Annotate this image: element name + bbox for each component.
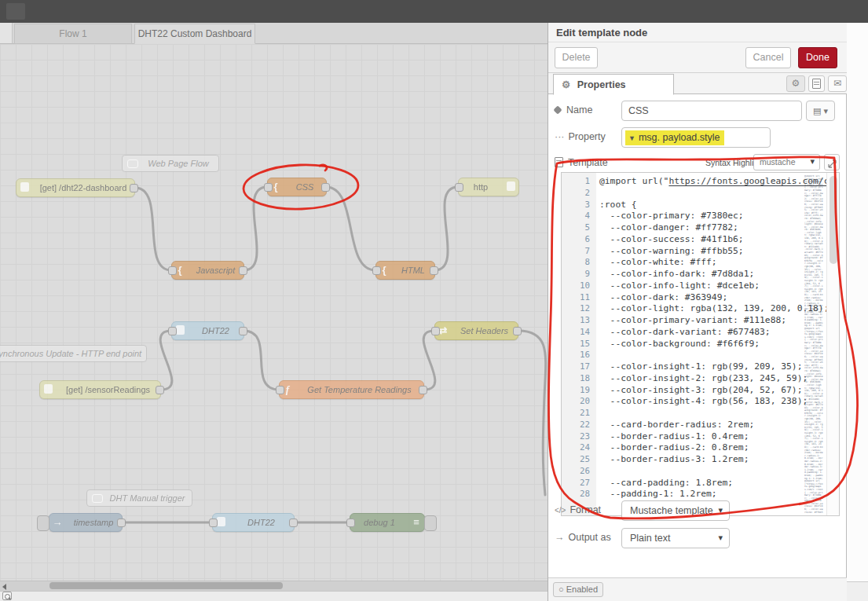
input-port[interactable] bbox=[209, 519, 218, 527]
line-text: --color-white: #fff; bbox=[599, 257, 717, 269]
input-port[interactable] bbox=[346, 519, 355, 527]
node-http-in-sensor-readings[interactable]: [get] /sensorReadings bbox=[39, 380, 161, 399]
node-dht22-sensor[interactable]: DHT22 bbox=[171, 321, 244, 340]
node-template-javascript[interactable]: { Javascript bbox=[171, 261, 244, 280]
gear-icon: ⚙ bbox=[792, 78, 800, 89]
tag-icon bbox=[553, 105, 562, 114]
name-input[interactable] bbox=[621, 101, 802, 121]
yellow-highlight: ▼msg. payload.style bbox=[625, 130, 724, 145]
inject-icon: → bbox=[49, 514, 65, 531]
line-number: 6 bbox=[562, 234, 599, 246]
canvas-footer-bar bbox=[0, 591, 548, 601]
output-port[interactable] bbox=[239, 327, 247, 335]
inject-button[interactable] bbox=[37, 515, 49, 531]
input-port[interactable] bbox=[372, 266, 381, 275]
line-text: @import url("https://fonts.googleapis.co… bbox=[599, 176, 829, 188]
output-as-select[interactable]: Plain text ▾ bbox=[621, 528, 730, 548]
comment-node-dht-manual-trigger[interactable]: DHT Manual trigger bbox=[86, 489, 192, 507]
code-line: 2 bbox=[562, 188, 821, 200]
output-port[interactable] bbox=[117, 519, 126, 527]
line-text: --card-border-radius: 2rem; bbox=[599, 420, 754, 431]
delete-button[interactable]: Delete bbox=[555, 47, 598, 68]
tab-flow-1[interactable]: Flow 1 bbox=[14, 24, 132, 44]
comment-node-web-page-flow[interactable]: Web Page Flow bbox=[122, 155, 219, 172]
output-port[interactable] bbox=[289, 519, 298, 527]
debug-toggle-button[interactable] bbox=[424, 515, 437, 531]
expand-editor-button[interactable] bbox=[824, 154, 840, 170]
line-number: 27 bbox=[562, 478, 599, 489]
output-port[interactable] bbox=[156, 386, 164, 394]
cancel-button[interactable]: Cancel bbox=[745, 47, 791, 68]
input-port[interactable] bbox=[431, 327, 440, 335]
input-port[interactable] bbox=[168, 327, 177, 335]
property-label: Property bbox=[569, 131, 606, 142]
code-minimap[interactable]: @import url("https://fonts.googleapis.co… bbox=[804, 175, 823, 513]
input-port[interactable] bbox=[276, 386, 284, 394]
code-line: 18 --color-insight-2: rgb(233, 245, 59); bbox=[562, 373, 821, 385]
line-number: 23 bbox=[562, 431, 599, 443]
node-change-set-headers[interactable]: ⇄ Set Headers bbox=[434, 321, 518, 340]
code-line: 13 --color-primary-variant: #111e88; bbox=[562, 315, 821, 327]
output-port[interactable] bbox=[513, 327, 522, 335]
code-editor-lines: 1@import url("https://fonts.googleapis.c… bbox=[562, 176, 821, 500]
line-text: --color-background: #f6f6f9; bbox=[599, 339, 760, 350]
line-text: --border-radius-1: 0.4rem; bbox=[599, 431, 749, 443]
property-typed-input[interactable]: ▼msg. payload.style bbox=[621, 127, 771, 148]
node-inject-timestamp[interactable]: → timestamp bbox=[49, 513, 123, 532]
code-line: 6 --color-success: #41f1b6; bbox=[562, 234, 821, 246]
node-http-response[interactable]: http bbox=[458, 178, 519, 196]
line-text: --color-dark: #363949; bbox=[599, 292, 727, 304]
properties-view-button[interactable]: ⚙ bbox=[786, 75, 805, 92]
line-text: --color-warning: #ffbb55; bbox=[599, 246, 744, 258]
scroll-left-arrow-icon[interactable] bbox=[2, 584, 6, 590]
node-label: timestamp bbox=[65, 518, 122, 527]
template-label: Template bbox=[568, 157, 608, 168]
search-icon[interactable] bbox=[2, 592, 12, 600]
appearance-view-button[interactable]: ✉ bbox=[828, 75, 847, 92]
syntax-highlight-select[interactable]: mustache ▾ bbox=[753, 154, 820, 170]
format-select[interactable]: Mustache template ▾ bbox=[621, 500, 730, 521]
tab-scroll-left-button[interactable] bbox=[0, 23, 13, 44]
enabled-toggle-button[interactable]: ○ Enabled bbox=[553, 582, 603, 597]
code-line: 17 --color-insight-1: rgb(99, 209, 35); bbox=[562, 361, 821, 373]
code-line: 27 --card-padding: 1.8rem; bbox=[562, 478, 821, 489]
output-port[interactable] bbox=[239, 266, 247, 275]
node-template-css[interactable]: { CSS bbox=[267, 178, 327, 196]
output-port[interactable] bbox=[430, 266, 438, 275]
node-dht22-manual[interactable]: DHT22 bbox=[212, 513, 295, 532]
node-http-in-dht22-dashboard[interactable]: [get] /dht22-dashboard bbox=[16, 178, 135, 197]
line-number: 3 bbox=[562, 200, 599, 211]
node-template-html[interactable]: { HTML bbox=[375, 261, 435, 280]
output-port[interactable] bbox=[130, 184, 138, 192]
line-number: 21 bbox=[562, 408, 599, 420]
output-as-label: Output as bbox=[569, 532, 611, 543]
line-text: --color-insight-1: rgb(99, 209, 35); bbox=[599, 361, 802, 373]
description-view-button[interactable] bbox=[808, 75, 825, 92]
flow-canvas[interactable]: Web Page Flow synchronous Update - HTTP … bbox=[0, 44, 548, 581]
code-line: 7 --color-warning: #ffbb55; bbox=[562, 246, 821, 258]
code-vscroll-thumb[interactable] bbox=[830, 176, 837, 264]
comment-node-sync-update[interactable]: synchronous Update - HTTP end point bbox=[0, 345, 147, 362]
code-line: 9 --color-info-dark: #7d8da1; bbox=[562, 269, 821, 280]
done-button[interactable]: Done bbox=[798, 47, 837, 68]
http-in-icon bbox=[40, 380, 56, 399]
input-port[interactable] bbox=[264, 183, 273, 192]
line-number: 25 bbox=[562, 454, 599, 466]
canvas-hscroll-thumb[interactable] bbox=[49, 582, 283, 589]
node-debug-1[interactable]: debug 1 ≡ bbox=[350, 513, 425, 532]
output-port[interactable] bbox=[321, 183, 330, 192]
node-function-get-temperature[interactable]: f Get Temperature Readings bbox=[279, 380, 424, 399]
line-text: --color-insight-3: rgb(204, 52, 67); bbox=[599, 385, 802, 397]
line-number: 20 bbox=[562, 396, 599, 408]
input-port[interactable] bbox=[455, 183, 463, 192]
line-text: --color-light: rgba(132, 139, 200, 0.18)… bbox=[599, 303, 829, 315]
tab-properties[interactable]: ⚙ Properties bbox=[553, 74, 674, 95]
input-port[interactable] bbox=[168, 266, 177, 275]
property-value: payload.style bbox=[663, 132, 720, 143]
code-line: 12 --color-light: rgba(132, 139, 200, 0.… bbox=[562, 303, 821, 315]
node-label: debug 1 bbox=[350, 518, 408, 527]
library-button[interactable]: ▤ ▾ bbox=[806, 101, 835, 121]
tab-dht22-custom-dashboard[interactable]: DHT22 Custom Dashboard bbox=[134, 24, 255, 44]
template-code-editor[interactable]: 1@import url("https://fonts.googleapis.c… bbox=[561, 172, 840, 516]
output-port[interactable] bbox=[419, 386, 427, 394]
